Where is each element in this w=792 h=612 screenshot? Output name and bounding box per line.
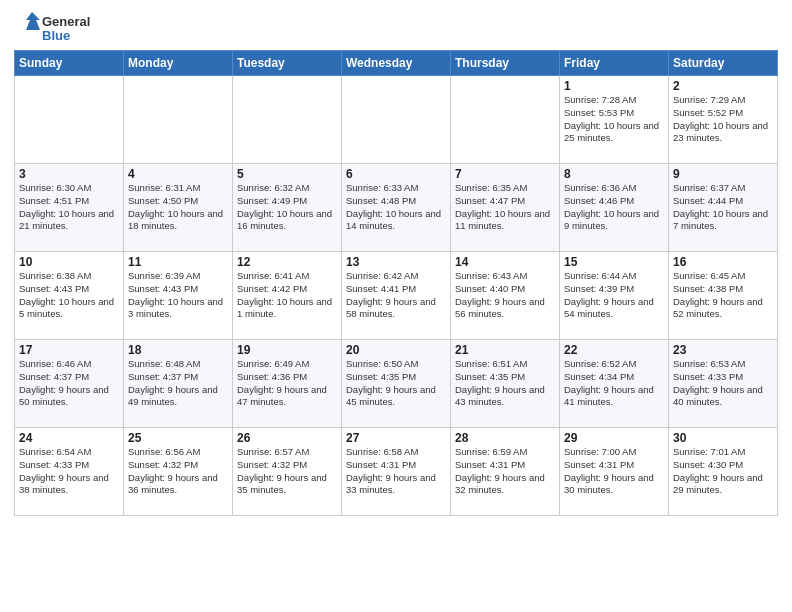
day-number: 9 bbox=[673, 167, 773, 181]
day-number: 11 bbox=[128, 255, 228, 269]
calendar-cell: 22Sunrise: 6:52 AM Sunset: 4:34 PM Dayli… bbox=[560, 340, 669, 428]
calendar-cell: 26Sunrise: 6:57 AM Sunset: 4:32 PM Dayli… bbox=[233, 428, 342, 516]
calendar-cell: 9Sunrise: 6:37 AM Sunset: 4:44 PM Daylig… bbox=[669, 164, 778, 252]
calendar-cell: 25Sunrise: 6:56 AM Sunset: 4:32 PM Dayli… bbox=[124, 428, 233, 516]
calendar-week-5: 24Sunrise: 6:54 AM Sunset: 4:33 PM Dayli… bbox=[15, 428, 778, 516]
calendar-cell bbox=[451, 76, 560, 164]
day-info: Sunrise: 6:33 AM Sunset: 4:48 PM Dayligh… bbox=[346, 182, 446, 233]
day-header-friday: Friday bbox=[560, 51, 669, 76]
day-info: Sunrise: 6:58 AM Sunset: 4:31 PM Dayligh… bbox=[346, 446, 446, 497]
day-header-tuesday: Tuesday bbox=[233, 51, 342, 76]
day-header-saturday: Saturday bbox=[669, 51, 778, 76]
calendar-cell: 12Sunrise: 6:41 AM Sunset: 4:42 PM Dayli… bbox=[233, 252, 342, 340]
calendar-cell: 16Sunrise: 6:45 AM Sunset: 4:38 PM Dayli… bbox=[669, 252, 778, 340]
calendar-cell: 5Sunrise: 6:32 AM Sunset: 4:49 PM Daylig… bbox=[233, 164, 342, 252]
day-number: 2 bbox=[673, 79, 773, 93]
logo: General Blue bbox=[14, 10, 104, 46]
day-number: 14 bbox=[455, 255, 555, 269]
day-info: Sunrise: 6:38 AM Sunset: 4:43 PM Dayligh… bbox=[19, 270, 119, 321]
day-number: 27 bbox=[346, 431, 446, 445]
day-number: 15 bbox=[564, 255, 664, 269]
day-info: Sunrise: 6:31 AM Sunset: 4:50 PM Dayligh… bbox=[128, 182, 228, 233]
day-info: Sunrise: 6:44 AM Sunset: 4:39 PM Dayligh… bbox=[564, 270, 664, 321]
day-info: Sunrise: 6:54 AM Sunset: 4:33 PM Dayligh… bbox=[19, 446, 119, 497]
day-header-monday: Monday bbox=[124, 51, 233, 76]
calendar-cell bbox=[15, 76, 124, 164]
day-number: 8 bbox=[564, 167, 664, 181]
calendar-cell bbox=[233, 76, 342, 164]
day-info: Sunrise: 7:01 AM Sunset: 4:30 PM Dayligh… bbox=[673, 446, 773, 497]
day-info: Sunrise: 6:36 AM Sunset: 4:46 PM Dayligh… bbox=[564, 182, 664, 233]
calendar-cell: 15Sunrise: 6:44 AM Sunset: 4:39 PM Dayli… bbox=[560, 252, 669, 340]
day-number: 22 bbox=[564, 343, 664, 357]
logo-svg: General Blue bbox=[14, 10, 104, 46]
day-info: Sunrise: 6:53 AM Sunset: 4:33 PM Dayligh… bbox=[673, 358, 773, 409]
calendar-header-row: SundayMondayTuesdayWednesdayThursdayFrid… bbox=[15, 51, 778, 76]
day-header-sunday: Sunday bbox=[15, 51, 124, 76]
calendar-cell bbox=[342, 76, 451, 164]
day-info: Sunrise: 6:30 AM Sunset: 4:51 PM Dayligh… bbox=[19, 182, 119, 233]
page: General Blue SundayMondayTuesdayWednesda… bbox=[0, 0, 792, 612]
svg-text:General: General bbox=[42, 14, 90, 29]
calendar-cell: 1Sunrise: 7:28 AM Sunset: 5:53 PM Daylig… bbox=[560, 76, 669, 164]
calendar-cell: 27Sunrise: 6:58 AM Sunset: 4:31 PM Dayli… bbox=[342, 428, 451, 516]
calendar-cell: 6Sunrise: 6:33 AM Sunset: 4:48 PM Daylig… bbox=[342, 164, 451, 252]
day-number: 24 bbox=[19, 431, 119, 445]
day-number: 21 bbox=[455, 343, 555, 357]
day-info: Sunrise: 6:35 AM Sunset: 4:47 PM Dayligh… bbox=[455, 182, 555, 233]
day-number: 10 bbox=[19, 255, 119, 269]
calendar-cell: 18Sunrise: 6:48 AM Sunset: 4:37 PM Dayli… bbox=[124, 340, 233, 428]
calendar-cell: 11Sunrise: 6:39 AM Sunset: 4:43 PM Dayli… bbox=[124, 252, 233, 340]
day-header-thursday: Thursday bbox=[451, 51, 560, 76]
calendar-cell: 19Sunrise: 6:49 AM Sunset: 4:36 PM Dayli… bbox=[233, 340, 342, 428]
day-number: 29 bbox=[564, 431, 664, 445]
calendar-cell: 10Sunrise: 6:38 AM Sunset: 4:43 PM Dayli… bbox=[15, 252, 124, 340]
calendar-cell: 21Sunrise: 6:51 AM Sunset: 4:35 PM Dayli… bbox=[451, 340, 560, 428]
calendar-cell: 2Sunrise: 7:29 AM Sunset: 5:52 PM Daylig… bbox=[669, 76, 778, 164]
calendar-cell bbox=[124, 76, 233, 164]
day-info: Sunrise: 6:59 AM Sunset: 4:31 PM Dayligh… bbox=[455, 446, 555, 497]
day-number: 18 bbox=[128, 343, 228, 357]
calendar-cell: 13Sunrise: 6:42 AM Sunset: 4:41 PM Dayli… bbox=[342, 252, 451, 340]
day-number: 26 bbox=[237, 431, 337, 445]
day-number: 7 bbox=[455, 167, 555, 181]
calendar-cell: 3Sunrise: 6:30 AM Sunset: 4:51 PM Daylig… bbox=[15, 164, 124, 252]
day-info: Sunrise: 6:32 AM Sunset: 4:49 PM Dayligh… bbox=[237, 182, 337, 233]
day-number: 3 bbox=[19, 167, 119, 181]
day-info: Sunrise: 6:57 AM Sunset: 4:32 PM Dayligh… bbox=[237, 446, 337, 497]
svg-text:Blue: Blue bbox=[42, 28, 70, 43]
day-info: Sunrise: 7:28 AM Sunset: 5:53 PM Dayligh… bbox=[564, 94, 664, 145]
day-info: Sunrise: 6:39 AM Sunset: 4:43 PM Dayligh… bbox=[128, 270, 228, 321]
day-info: Sunrise: 7:00 AM Sunset: 4:31 PM Dayligh… bbox=[564, 446, 664, 497]
day-info: Sunrise: 6:43 AM Sunset: 4:40 PM Dayligh… bbox=[455, 270, 555, 321]
calendar-cell: 29Sunrise: 7:00 AM Sunset: 4:31 PM Dayli… bbox=[560, 428, 669, 516]
day-number: 5 bbox=[237, 167, 337, 181]
day-info: Sunrise: 6:48 AM Sunset: 4:37 PM Dayligh… bbox=[128, 358, 228, 409]
day-number: 23 bbox=[673, 343, 773, 357]
day-number: 4 bbox=[128, 167, 228, 181]
calendar-cell: 24Sunrise: 6:54 AM Sunset: 4:33 PM Dayli… bbox=[15, 428, 124, 516]
day-info: Sunrise: 6:45 AM Sunset: 4:38 PM Dayligh… bbox=[673, 270, 773, 321]
calendar-cell: 17Sunrise: 6:46 AM Sunset: 4:37 PM Dayli… bbox=[15, 340, 124, 428]
day-info: Sunrise: 6:41 AM Sunset: 4:42 PM Dayligh… bbox=[237, 270, 337, 321]
calendar-week-2: 3Sunrise: 6:30 AM Sunset: 4:51 PM Daylig… bbox=[15, 164, 778, 252]
day-number: 1 bbox=[564, 79, 664, 93]
calendar-cell: 4Sunrise: 6:31 AM Sunset: 4:50 PM Daylig… bbox=[124, 164, 233, 252]
day-number: 30 bbox=[673, 431, 773, 445]
calendar-cell: 30Sunrise: 7:01 AM Sunset: 4:30 PM Dayli… bbox=[669, 428, 778, 516]
calendar-cell: 8Sunrise: 6:36 AM Sunset: 4:46 PM Daylig… bbox=[560, 164, 669, 252]
day-number: 17 bbox=[19, 343, 119, 357]
calendar-week-4: 17Sunrise: 6:46 AM Sunset: 4:37 PM Dayli… bbox=[15, 340, 778, 428]
day-number: 6 bbox=[346, 167, 446, 181]
calendar-cell: 14Sunrise: 6:43 AM Sunset: 4:40 PM Dayli… bbox=[451, 252, 560, 340]
day-info: Sunrise: 7:29 AM Sunset: 5:52 PM Dayligh… bbox=[673, 94, 773, 145]
svg-marker-2 bbox=[26, 12, 40, 30]
day-info: Sunrise: 6:49 AM Sunset: 4:36 PM Dayligh… bbox=[237, 358, 337, 409]
header: General Blue bbox=[14, 10, 778, 46]
day-info: Sunrise: 6:50 AM Sunset: 4:35 PM Dayligh… bbox=[346, 358, 446, 409]
calendar-week-1: 1Sunrise: 7:28 AM Sunset: 5:53 PM Daylig… bbox=[15, 76, 778, 164]
calendar: SundayMondayTuesdayWednesdayThursdayFrid… bbox=[14, 50, 778, 516]
day-info: Sunrise: 6:37 AM Sunset: 4:44 PM Dayligh… bbox=[673, 182, 773, 233]
day-number: 20 bbox=[346, 343, 446, 357]
day-number: 28 bbox=[455, 431, 555, 445]
